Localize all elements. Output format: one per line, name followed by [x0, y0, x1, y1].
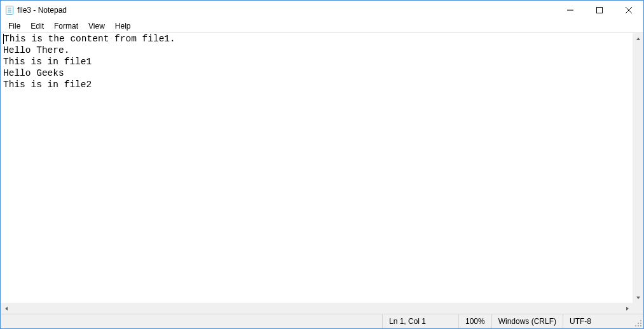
- svg-point-16: [638, 323, 639, 324]
- vertical-scrollbar[interactable]: [633, 33, 643, 303]
- window-title: file3 - Notepad: [17, 6, 67, 15]
- svg-point-15: [635, 325, 636, 326]
- svg-marker-8: [636, 38, 640, 40]
- menu-file[interactable]: File: [3, 20, 25, 32]
- svg-point-12: [640, 325, 641, 326]
- resize-grip-icon[interactable]: [633, 314, 643, 328]
- text-editor[interactable]: This is the content from file1. Hello Th…: [1, 33, 633, 303]
- statusbar: Ln 1, Col 1 100% Windows (CRLF) UTF-8: [1, 314, 643, 328]
- window-controls: [556, 1, 643, 20]
- horizontal-scroll-track[interactable]: [11, 303, 622, 314]
- menu-edit[interactable]: Edit: [25, 20, 49, 32]
- scroll-right-arrow-icon[interactable]: [622, 303, 633, 314]
- svg-point-17: [640, 320, 641, 321]
- svg-marker-10: [5, 307, 8, 311]
- menu-view[interactable]: View: [83, 20, 110, 32]
- svg-rect-5: [597, 8, 603, 13]
- scroll-left-arrow-icon[interactable]: [1, 303, 11, 314]
- notepad-window: file3 - Notepad File Edit Format View He…: [0, 0, 644, 329]
- minimize-button[interactable]: [556, 1, 585, 20]
- status-zoom: 100%: [458, 314, 491, 328]
- svg-point-13: [638, 325, 639, 326]
- maximize-button[interactable]: [585, 1, 614, 20]
- status-line-ending: Windows (CRLF): [491, 314, 563, 328]
- text-content: This is the content from file1. Hello Th…: [3, 34, 175, 90]
- svg-marker-9: [636, 297, 640, 299]
- close-button[interactable]: [614, 1, 643, 20]
- titlebar[interactable]: file3 - Notepad: [1, 1, 643, 20]
- vertical-scroll-track[interactable]: [633, 44, 643, 292]
- svg-point-14: [640, 323, 641, 324]
- menu-format[interactable]: Format: [49, 20, 83, 32]
- scroll-up-arrow-icon[interactable]: [633, 33, 643, 44]
- status-encoding: UTF-8: [563, 314, 633, 328]
- notepad-icon: [4, 5, 15, 15]
- editor-area: This is the content from file1. Hello Th…: [1, 32, 643, 303]
- text-cursor: [3, 34, 4, 44]
- scroll-down-arrow-icon[interactable]: [633, 292, 643, 303]
- horizontal-scrollbar[interactable]: [1, 303, 643, 314]
- scrollbar-corner: [633, 303, 643, 314]
- status-cursor-position: Ln 1, Col 1: [382, 314, 458, 328]
- svg-marker-11: [626, 307, 629, 311]
- menu-help[interactable]: Help: [110, 20, 136, 32]
- menubar: File Edit Format View Help: [1, 20, 643, 32]
